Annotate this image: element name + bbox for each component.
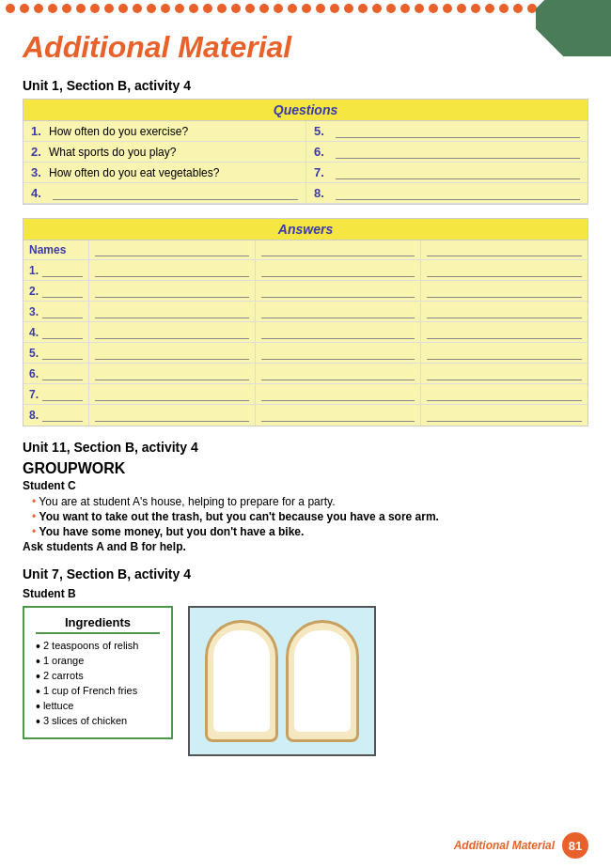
question-4: 4. (24, 183, 306, 204)
answer-row-4: 4. (24, 322, 588, 343)
answers-header: Answers (23, 218, 588, 240)
ingredients-title: Ingredients (36, 615, 160, 634)
bread-illustration (188, 606, 376, 756)
questions-grid: 1. How often do you exercise? 5. 2. What… (23, 121, 588, 205)
question-3: 3. How often do you eat vegetables? (24, 163, 306, 183)
page-title: Additional Material (23, 30, 588, 65)
bread-slice-left (205, 620, 278, 742)
unit7-section: Unit 7, Section B, activity 4 Student B … (23, 566, 588, 756)
ingredient-1: • 2 teaspoons of relish (36, 640, 160, 653)
answers-section: Answers Names 1. 2. (23, 218, 588, 426)
question-5: 5. (306, 121, 588, 142)
corner-accent (536, 0, 611, 56)
answer-row-1: 1. (24, 260, 588, 281)
unit1-section: Unit 1, Section B, activity 4 Questions … (23, 78, 588, 426)
page-number: 81 (562, 832, 588, 859)
unit11-section: Unit 11, Section B, activity 4 GROUPWORK… (23, 440, 588, 553)
ask-students: Ask students A and B for help. (23, 540, 588, 553)
questions-header: Questions (23, 99, 588, 121)
answer-row-6: 6. (24, 364, 588, 384)
unit7-heading: Unit 7, Section B, activity 4 (23, 566, 588, 581)
footer-label: Additional Material (454, 839, 555, 852)
ingredient-6: • 3 slices of chicken (36, 715, 160, 728)
ingredient-2: • 1 orange (36, 655, 160, 668)
answers-header-row: Names (24, 240, 588, 260)
answer-row-2: 2. (24, 281, 588, 302)
top-dot-border (0, 0, 611, 17)
answer-row-5: 5. (24, 343, 588, 364)
student-c-label: Student C (23, 479, 588, 492)
question-6: 6. (306, 142, 588, 163)
bullet-3: You have some money, but you don't have … (23, 525, 588, 538)
answer-row-3: 3. (24, 302, 588, 322)
question-8: 8. (306, 183, 588, 204)
question-1: 1. How often do you exercise? (24, 121, 306, 142)
answer-row-7: 7. (24, 384, 588, 405)
unit11-heading: Unit 11, Section B, activity 4 (23, 440, 588, 455)
names-label: Names (24, 240, 89, 259)
answer-row-8: 8. (24, 405, 588, 426)
ingredients-box: Ingredients • 2 teaspoons of relish • 1 … (23, 606, 173, 739)
bullet-1: You are at student A's house, helping to… (23, 495, 588, 508)
question-7: 7. (306, 163, 588, 183)
question-2: 2. What sports do you play? (24, 142, 306, 163)
ingredient-5: • lettuce (36, 700, 160, 713)
unit7-content: Ingredients • 2 teaspoons of relish • 1 … (23, 606, 588, 756)
unit1-heading: Unit 1, Section B, activity 4 (23, 78, 588, 93)
answers-grid: Names 1. 2. (23, 240, 588, 426)
questions-section: Questions 1. How often do you exercise? … (23, 99, 588, 205)
bread-slice-right (286, 620, 359, 742)
page-footer: Additional Material 81 (23, 832, 588, 859)
groupwork-title: GROUPWORK (23, 460, 588, 477)
bullet-2: You want to take out the trash, but you … (23, 510, 588, 523)
ingredient-3: • 2 carrots (36, 670, 160, 683)
student-b-label: Student B (23, 587, 588, 600)
ingredient-4: • 1 cup of French fries (36, 685, 160, 698)
